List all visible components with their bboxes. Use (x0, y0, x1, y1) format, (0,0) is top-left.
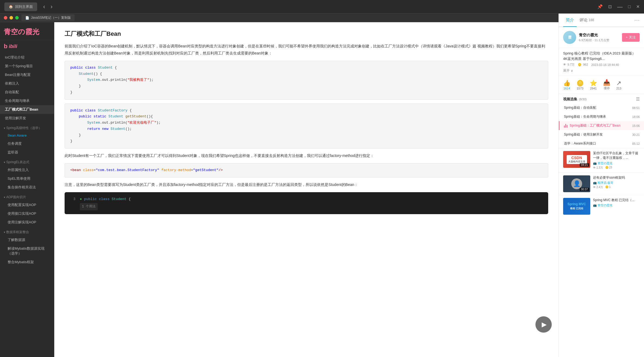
home-button[interactable]: 🏠 回到主界面 (4, 2, 37, 11)
sidebar-item-bean-config[interactable]: Bean注册与配置 (0, 70, 54, 79)
playlist-list-icon[interactable]: ☰ (636, 97, 640, 102)
like-count: 1614 (563, 87, 570, 90)
sidebar-item-ext-attr[interactable]: 外部属性注入 (0, 166, 54, 174)
playlist-item-duration-3: 15:06 (632, 124, 640, 127)
save-label: 缓存 (604, 86, 610, 90)
sidebar-item-lifecycle[interactable]: 生命周期与继承 (0, 97, 54, 105)
rec-title-2: 还有必要学ssm框架吗 (593, 175, 640, 180)
comment-count-badge: 188 (589, 18, 594, 22)
follow-button[interactable]: + 关注 (622, 33, 640, 42)
sidebar-item-bean-aware[interactable]: Bean Aware (0, 131, 54, 139)
sidebar-item-dep-inject[interactable]: 依赖注入 (0, 79, 54, 88)
rec-thumb-duration-1: 04:21 (580, 163, 589, 167)
playlist-item-2[interactable]: Spring基础：生命周期与继承 18:06 (559, 112, 644, 121)
sidebar-group-aop[interactable]: ▾ AOP面向切片 (0, 193, 54, 201)
playlist-item-4[interactable]: Spring基础：使用注解开发 30:21 (559, 130, 644, 139)
method-hint-label: 1 个用法 (80, 203, 98, 210)
expand-row[interactable]: 展开 ∨ (563, 68, 640, 73)
code-line: public class Student { (70, 65, 543, 71)
nav-arrows: ‹ › (41, 3, 55, 11)
home-label: 回到主界面 (15, 4, 33, 9)
green-dot-icon: ● (80, 196, 82, 203)
video-play-overlay[interactable]: ▶ (535, 316, 552, 333)
close-icon[interactable]: ✕ (636, 4, 640, 9)
chevron-down-icon-2: ▾ (4, 161, 5, 164)
playlist-item-5[interactable]: 选学：Aware系列接口 05:12 (559, 139, 644, 148)
playlist-item-title-3: Spring基础：工厂模式与工厂Bean (570, 123, 630, 128)
avatar-initials: 霞 (568, 35, 572, 40)
tab-comments[interactable]: 评论 188 (577, 14, 597, 27)
rec-title-1: 某些IT社区平台乱象，文章千篇一律，毫不注重版权，... (593, 151, 640, 160)
sidebar-group-spring[interactable]: ▾ Spring高级特性（选学） (0, 124, 54, 131)
traffic-light-red[interactable] (4, 16, 7, 20)
bilibili-logo: 青空の霞光 (4, 27, 39, 37)
content-para1: 前面我们介绍了IoC容器的Bean创建机制，默认情况下，容器会调用Bean对应类… (65, 43, 548, 57)
playlist-item-1[interactable]: Spring基础：自动装配 08:51 (559, 103, 644, 112)
rec-meta-2: 📺 程序员·嘉哥 👁 2.4万 🪙 1 (593, 181, 640, 189)
playlist-item-3[interactable]: Spring基础：工厂模式与工厂Bean 15:06 (559, 121, 644, 130)
playlist-item-duration-1: 08:51 (632, 106, 640, 110)
save-button[interactable]: 📥 缓存 (600, 78, 613, 91)
sidebar-item-factory[interactable]: 工厂模式和工厂Bean (0, 105, 54, 114)
right-content: 霞 青空の霞光 6.9万粉丝 · 11.1万点赞 + 关注 Spring 核心教… (559, 27, 644, 357)
action-row: 👍 1614 🪙 1573 ⭐ 2941 📥 缓存 ↗ 213 (559, 76, 644, 94)
sidebar-group-db[interactable]: ▾ 数据库框架整合 (0, 228, 54, 236)
app-tab[interactable]: 📄 JavaSSM笔记（一）复制版 (21, 14, 75, 21)
share-icon: ↗ (616, 80, 621, 87)
sidebar-item-auto-assemble[interactable]: 自动装配 (0, 88, 54, 97)
tab-label: JavaSSM笔记（一）复制版 (31, 15, 71, 20)
sidebar-item-first-spring[interactable]: 第一个Spring项目 (0, 62, 54, 70)
expand-arrow-icon: ∨ (571, 69, 573, 73)
rec-video-2[interactable]: 👤 00:37 还有必要学ssm框架吗 📺 程序员·嘉哥 👁 2.4 (559, 172, 644, 195)
main-layout: 📄 JavaSSM笔记（一）复制版 青空の霞光 b ibili IoC理论介绍 … (0, 14, 644, 357)
forward-button[interactable]: › (48, 3, 55, 11)
rec-views-1: 👁 1.3万 (593, 166, 603, 170)
rec-coins-1: 🪙 23 (605, 166, 612, 170)
author-name: 青空の霞光 (579, 33, 622, 38)
sidebar-item-ioc[interactable]: IoC理论介绍 (0, 53, 54, 62)
sidebar-item-aggregate-ops[interactable]: 集合操作相关语法 (0, 183, 54, 192)
sidebar-item-integrate-mybatis[interactable]: 整合Mybatis框架 (0, 258, 54, 266)
more-options-button[interactable]: ⋯ (634, 17, 640, 23)
tab-intro[interactable]: 简介 (563, 14, 577, 27)
video-title: Spring 核心教程 已完结（IDEA 2023 最新版）4K蓝光画质 基于S… (563, 51, 640, 61)
sidebar-item-task-schedule[interactable]: 任务调度 (0, 139, 54, 148)
sidebar-item-mybatis-datasource[interactable]: 解读Mybatis数据源实现（选学） (0, 244, 54, 258)
window-icon[interactable]: ⊡ (608, 4, 612, 9)
sidebar-item-annotation-aop[interactable]: 使用注解实现AOP (0, 218, 54, 227)
expand-label: 展开 (563, 68, 570, 73)
traffic-light-yellow[interactable] (9, 16, 13, 20)
code-block-3: <bean class="com.test.bean.StudentFactor… (65, 163, 548, 178)
maximize-icon[interactable]: □ (628, 4, 631, 9)
right-tabs: 简介 评论 188 ⋯ (559, 14, 644, 27)
traffic-light-green[interactable] (15, 16, 19, 20)
share-button[interactable]: ↗ 213 (614, 79, 624, 91)
playlist-item-duration-5: 05:12 (632, 142, 640, 145)
coin-icon-meta: 🪙 (578, 63, 582, 66)
rec-meta-1: 📺 青空の霞光 👁 1.3万 🪙 23 (593, 161, 640, 170)
sidebar-item-spel-basic[interactable]: SpEL简单使用 (0, 174, 54, 183)
like-button[interactable]: 👍 1614 (560, 79, 573, 91)
back-button[interactable]: ‹ (41, 3, 47, 11)
sidebar-item-interface-aop[interactable]: 使用接口实现AOP (0, 209, 54, 218)
sidebar-logo-area: 青空の霞光 (0, 22, 54, 40)
content-title: 工厂模式和工厂Bean (65, 30, 548, 38)
code-line: Student() { (70, 71, 543, 77)
rec-video-3[interactable]: Spring MVC 教程 已完结 Spring MVC 教程 已完结（... … (559, 195, 644, 217)
fav-button[interactable]: ⭐ 2941 (587, 79, 600, 91)
code-line: public class StudentFactory { (70, 108, 543, 114)
pin-icon[interactable]: 📌 (597, 4, 603, 9)
coin-button[interactable]: 🪙 1573 (574, 79, 586, 91)
rec-info-3: Spring MVC 教程 已完结（... 📺 青空の霞光 (593, 198, 640, 215)
rec-video-1[interactable]: CSDN 大题检内容文章 04:21 某些IT社区平台乱象，文章千篇一律，毫不注… (559, 148, 644, 172)
eye-icon: 👁 (563, 63, 566, 66)
sidebar-item-use-annotation[interactable]: 使用注解开发 (0, 114, 54, 123)
sidebar-item-learn-datasource[interactable]: 了解数据源 (0, 236, 54, 244)
app-titlebar: 📄 JavaSSM笔记（一）复制版 (0, 14, 559, 22)
rec-stats-1: 👁 1.3万 🪙 23 (593, 166, 640, 170)
sidebar-group-springel[interactable]: ▾ SpringEL表达式 (0, 158, 54, 166)
minimize-icon[interactable]: — (617, 4, 623, 9)
sidebar-item-listener[interactable]: 监听器 (0, 148, 54, 157)
sidebar-item-config-aop[interactable]: 使用配置实现AOP (0, 201, 54, 209)
chevron-down-icon-3: ▾ (4, 196, 5, 199)
